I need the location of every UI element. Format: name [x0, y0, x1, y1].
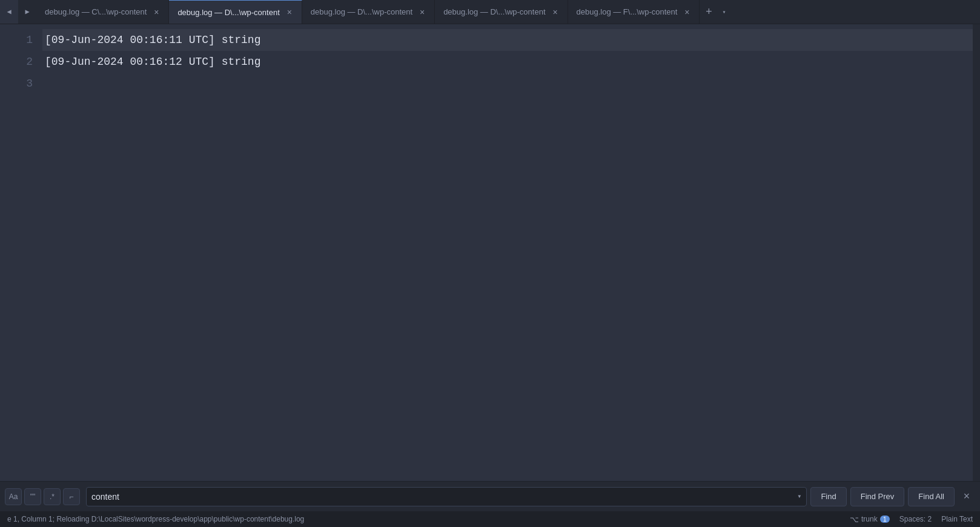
find-input[interactable]: [91, 492, 797, 502]
find-prev-button[interactable]: Find Prev: [850, 487, 905, 506]
spaces-item[interactable]: Spaces: 2: [899, 515, 932, 523]
tab-1-label: debug.log — C\...\wp-content: [45, 7, 147, 16]
status-left: e 1, Column 1; Reloading D:\LocalSites\w…: [7, 515, 304, 523]
line-number-1: 1: [26, 29, 33, 51]
find-input-wrap: ▾: [86, 487, 807, 506]
scrollbar-track[interactable]: [973, 24, 980, 481]
editor-area: 1 2 3 [09-Jun-2024 00:16:11 UTC] string …: [0, 24, 980, 481]
find-wrap-button[interactable]: ⌐: [63, 488, 80, 505]
find-dropdown-button[interactable]: ▾: [797, 492, 801, 501]
line-number-2: 2: [26, 51, 33, 73]
tab-prev-button[interactable]: ◀: [0, 0, 18, 24]
code-line-1: [09-Jun-2024 00:16:11 UTC] string: [42, 29, 973, 51]
tab-3-close[interactable]: ×: [417, 7, 427, 17]
language-label: Plain Text: [941, 515, 973, 523]
tab-2-close[interactable]: ×: [285, 7, 294, 17]
status-bar: e 1, Column 1; Reloading D:\LocalSites\w…: [0, 511, 980, 527]
find-whole-word-button[interactable]: "": [24, 488, 41, 505]
tab-4-close[interactable]: ×: [551, 7, 560, 17]
editor-content[interactable]: [09-Jun-2024 00:16:11 UTC] string [09-Ju…: [42, 24, 973, 481]
find-case-sensitive-button[interactable]: Aa: [5, 488, 22, 505]
tab-2-label: debug.log — D\...\wp-content: [177, 8, 279, 17]
find-button[interactable]: Find: [810, 487, 846, 506]
code-line-2-content: [09-Jun-2024 00:16:12 UTC] string: [45, 53, 260, 71]
find-bar: Aa "" .* ⌐ ▾ Find Find Prev Find All ×: [0, 481, 980, 511]
code-line-3: [42, 73, 973, 94]
tab-3-label: debug.log — D\...\wp-content: [311, 7, 412, 16]
status-position: e 1, Column 1; Reloading D:\LocalSites\w…: [7, 515, 304, 523]
branch-item[interactable]: ⌥ trunk 1: [850, 515, 890, 524]
language-item[interactable]: Plain Text: [941, 515, 973, 523]
tab-1[interactable]: debug.log — C\...\wp-content ×: [36, 0, 169, 24]
tab-4-label: debug.log — D\...\wp-content: [443, 7, 545, 16]
line-numbers: 1 2 3: [0, 24, 42, 481]
find-close-button[interactable]: ×: [958, 488, 975, 505]
spaces-label: Spaces: 2: [899, 515, 932, 523]
status-right: ⌥ trunk 1 Spaces: 2 Plain Text: [850, 515, 973, 524]
branch-label: trunk: [861, 515, 878, 523]
find-regex-button[interactable]: .*: [44, 488, 61, 505]
find-options: Aa "" .* ⌐: [5, 488, 80, 505]
branch-badge: 1: [880, 515, 890, 523]
tab-menu-button[interactable]: ▾: [718, 0, 730, 24]
tab-5-label: debug.log — F\...\wp-content: [577, 7, 678, 16]
tab-bar: ◀ ▶ debug.log — C\...\wp-content × debug…: [0, 0, 980, 24]
new-tab-button[interactable]: +: [700, 0, 718, 24]
line-number-3: 3: [26, 73, 33, 94]
code-line-1-content: [09-Jun-2024 00:16:11 UTC] string: [45, 31, 260, 49]
code-line-2: [09-Jun-2024 00:16:12 UTC] string: [42, 51, 973, 73]
tab-5-close[interactable]: ×: [682, 7, 692, 17]
tab-3[interactable]: debug.log — D\...\wp-content ×: [302, 0, 435, 24]
tab-4[interactable]: debug.log — D\...\wp-content ×: [435, 0, 568, 24]
find-all-button[interactable]: Find All: [908, 487, 955, 506]
tab-1-close[interactable]: ×: [151, 7, 161, 17]
tab-next-button[interactable]: ▶: [18, 0, 36, 24]
tab-5[interactable]: debug.log — F\...\wp-content ×: [568, 0, 700, 24]
tab-2[interactable]: debug.log — D\...\wp-content ×: [169, 0, 302, 24]
branch-icon: ⌥: [850, 515, 859, 524]
